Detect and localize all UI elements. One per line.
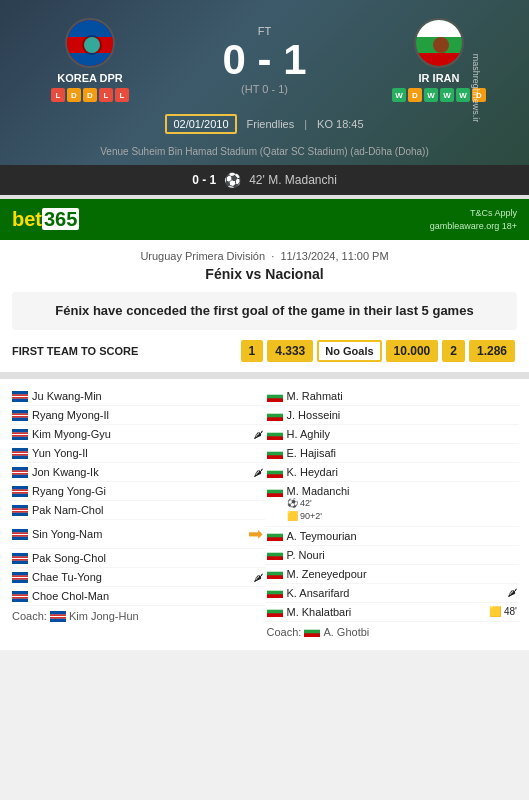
player-row: Choe Chol-Man [10,587,265,606]
svg-rect-55 [50,614,66,615]
player-row: J. Hosseini [265,406,520,425]
svg-rect-28 [12,473,28,474]
form-badge: W [456,88,470,102]
player-name: Ryang Yong-Gi [32,485,263,497]
player-name: K. Heydari [287,466,518,478]
odds-no-goals-value[interactable]: 10.000 [386,340,439,362]
svg-rect-7 [416,53,464,68]
ko-label: KO 18:45 [317,118,363,130]
player-row: M. Khalatbari 🟨 48' [265,603,520,622]
coach-label: Coach: [12,610,47,622]
odds-2-value[interactable]: 1.286 [469,340,515,362]
goal-event-icon: ⚽ 42' [287,498,312,508]
form-badge: W [392,88,406,102]
svg-rect-88 [267,606,283,610]
svg-rect-27 [12,470,28,471]
svg-rect-20 [12,435,28,436]
player-row: Chae Tu-Yong 🌶 [10,568,265,587]
form-badge: L [51,88,65,102]
svg-rect-24 [12,454,28,455]
svg-rect-64 [267,429,283,433]
betting-league-info: Uruguay Primera División · 11/13/2024, 1… [12,250,517,262]
svg-rect-73 [267,486,283,490]
player-row: M. Rahmati [265,387,520,406]
player-row: P. Nouri [265,546,520,565]
svg-rect-92 [304,633,320,637]
away-coach-row: Coach: A. Ghotbi [265,622,520,642]
bet365-banner[interactable]: bet365 T&Cs Apply gambleaware.org 18+ [0,199,529,240]
odds-1-value[interactable]: 4.333 [267,340,313,362]
player-name: M. Rahmati [287,390,518,402]
odds-no-goals-label[interactable]: No Goals [317,340,381,362]
svg-rect-6 [416,20,464,37]
svg-rect-15 [12,413,28,414]
player-name: K. Ansarifard [287,587,506,599]
player-name: Ju Kwang-Min [32,390,263,402]
yellow-card-icon: 🟨 48' [489,606,517,617]
away-team-flag [414,18,464,68]
player-event-icon: 🌶 [253,429,263,440]
svg-rect-77 [267,537,283,541]
svg-rect-2 [67,53,115,68]
svg-rect-39 [12,532,28,533]
svg-rect-52 [12,597,28,598]
substitution-arrow-icon: ➡ [248,523,263,545]
player-name: Chae Tu-Yong [32,571,251,583]
player-name: Kim Myong-Gyu [32,428,251,440]
svg-rect-56 [50,617,66,618]
form-badge: D [408,88,422,102]
svg-rect-48 [12,578,28,579]
svg-rect-19 [12,432,28,433]
svg-rect-44 [12,559,28,560]
svg-rect-83 [267,575,283,579]
home-team-flag [65,18,115,68]
odds-2-label[interactable]: 2 [442,340,465,362]
player-row: Jon Kwang-Ik 🌶 [10,463,265,482]
svg-rect-51 [12,594,28,595]
player-row: M. Madanchi ⚽ 42' 🟨 90+2' [265,482,520,526]
terms-line2: gambleaware.org 18+ [430,220,517,233]
form-badge: L [115,88,129,102]
player-name: J. Hosseini [287,409,518,421]
svg-rect-35 [12,508,28,509]
player-row: Yun Yong-Il [10,444,265,463]
svg-rect-80 [267,556,283,560]
away-team-name: IR IRAN [419,72,460,84]
player-name: Choe Chol-Man [32,590,263,602]
player-name: Sin Yong-Nam [32,528,244,540]
betting-match-name: Fénix vs Nacional [12,266,517,282]
svg-rect-59 [267,398,283,402]
svg-rect-89 [267,613,283,617]
match-header: KOREA DPR L D D L L FT 0 - 1 (HT 0 - 1) [0,0,529,165]
svg-rect-40 [12,535,28,536]
odds-1-label[interactable]: 1 [241,340,264,362]
home-team-form: L D D L L [51,88,129,102]
svg-rect-16 [12,416,28,417]
player-name: P. Nouri [287,549,518,561]
odds-market-label: FIRST TEAM TO SCORE [12,345,239,357]
player-name: M. Khalatbari [287,606,488,618]
svg-rect-32 [12,492,28,493]
svg-rect-79 [267,549,283,553]
home-coach-row: Coach: Kim Jong-Hun [10,606,265,626]
player-row: A. Teymourian [265,527,520,546]
player-event-icon: 🌶 [507,587,517,598]
svg-rect-58 [267,391,283,395]
player-row: Kim Myong-Gyu 🌶 [10,425,265,444]
svg-rect-11 [12,394,28,395]
terms-line1: T&Cs Apply [430,207,517,220]
lineups-section: Ju Kwang-Min Ryang Myong-Il Kim Myong-Gy… [0,376,529,649]
form-badge: D [67,88,81,102]
svg-rect-36 [12,511,28,512]
venue-row: Venue Suheim Bin Hamad Stadium (Qatar SC… [10,142,519,165]
goal-bar: 0 - 1 ⚽ 42' M. Madanchi [0,165,529,195]
svg-rect-70 [267,467,283,471]
bet365-terms: T&Cs Apply gambleaware.org 18+ [430,207,517,232]
player-row: E. Hajisafi [265,444,520,463]
player-name: Ryang Myong-Il [32,409,263,421]
score-center: FT 0 - 1 (HT 0 - 1) [170,25,359,95]
ball-icon: ⚽ [224,172,241,188]
player-event-icon: 🌶 [253,572,263,583]
away-players: M. Rahmati J. Hosseini H. Aghily E. Haji… [265,387,520,641]
betting-section: Uruguay Primera División · 11/13/2024, 1… [0,240,529,372]
